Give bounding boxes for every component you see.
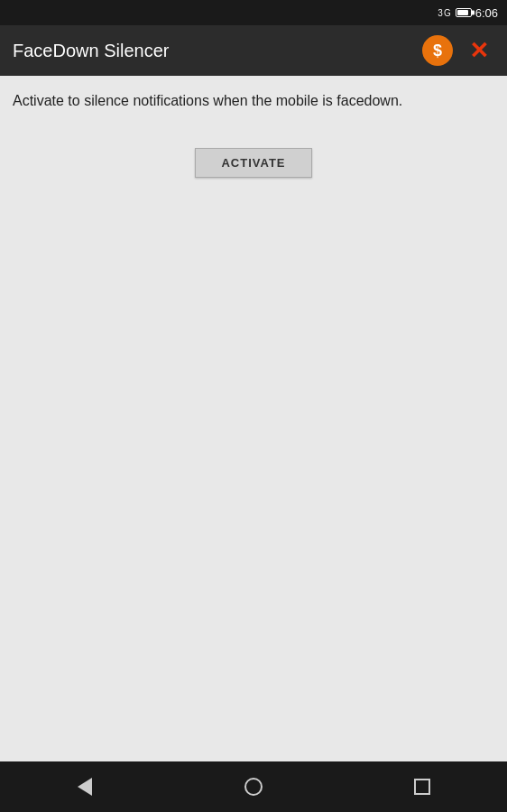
close-button[interactable]: ✕ (464, 35, 494, 66)
signal-indicator: 3G (438, 8, 451, 18)
home-icon (244, 778, 263, 796)
status-bar-right: 3G 6:06 (438, 6, 498, 20)
recents-icon (414, 779, 430, 795)
dollar-button[interactable]: $ (422, 35, 453, 66)
toolbar: FaceDown Silencer $ ✕ (0, 25, 507, 76)
recents-button[interactable] (395, 769, 449, 805)
toolbar-actions: $ ✕ (422, 35, 494, 66)
clock: 6:06 (475, 6, 498, 20)
back-button[interactable] (58, 769, 112, 805)
main-content: Activate to silence notifications when t… (0, 76, 507, 761)
battery-icon (456, 8, 472, 17)
description-text: Activate to silence notifications when t… (13, 90, 494, 112)
back-icon (78, 778, 92, 796)
activate-btn-wrapper: ACTIVATE (13, 148, 494, 178)
status-bar: 3G 6:06 (0, 0, 507, 25)
app-title: FaceDown Silencer (13, 41, 422, 61)
bottom-nav (0, 761, 507, 812)
home-button[interactable] (226, 769, 281, 805)
activate-button[interactable]: ACTIVATE (195, 148, 311, 178)
